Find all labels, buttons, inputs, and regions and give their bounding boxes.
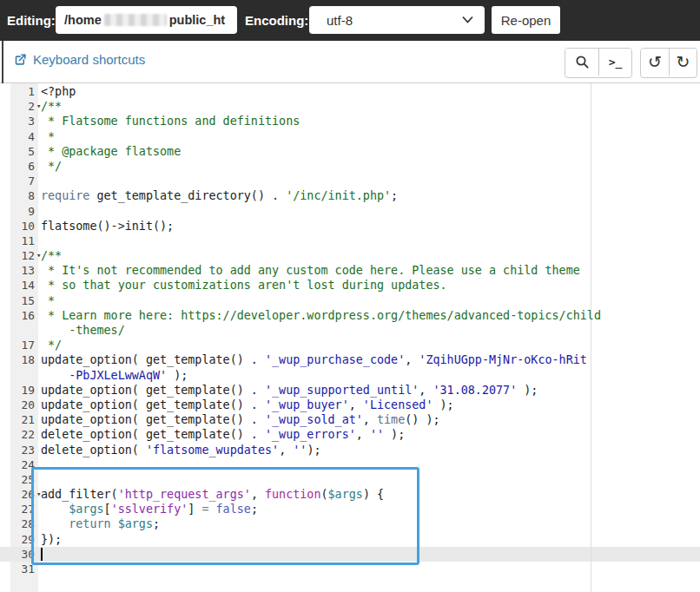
line-number: 8	[0, 188, 35, 203]
code-text: * so that your customizations aren't los…	[41, 278, 447, 293]
code-line[interactable]: 17 */	[0, 338, 700, 352]
code-line[interactable]: 27 $args['sslverify'] = false;	[0, 502, 700, 516]
line-number: 24	[0, 457, 35, 472]
code-line[interactable]: 20update_option( get_template() . '_wup_…	[0, 398, 700, 412]
line-number: 18	[0, 352, 35, 367]
line-number: 5	[0, 144, 35, 159]
code-text: update_option( get_template() . '_wup_bu…	[41, 398, 454, 412]
search-terminal-button-group: >_	[565, 48, 632, 78]
encoding-select[interactable]: utf-8	[309, 6, 485, 34]
code-line[interactable]: 25	[0, 472, 700, 487]
redo-icon: ↻	[677, 54, 690, 70]
code-text: update_option( get_template() . '_wup_su…	[41, 383, 538, 398]
code-line[interactable]: 21update_option( get_template() . '_wup_…	[0, 412, 700, 427]
code-line[interactable]: 11	[0, 234, 700, 248]
code-line-wrap[interactable]: -PbJXLeLwwAqW' );	[0, 368, 700, 383]
line-number: 31	[0, 562, 35, 576]
line-number: 29	[0, 532, 35, 547]
keyboard-shortcuts-link[interactable]: Keyboard shortcuts	[14, 52, 145, 67]
line-number: 6	[0, 159, 35, 174]
code-line[interactable]: 16 * Learn more here: https://developer.…	[0, 308, 700, 323]
line-number: 14	[0, 278, 35, 293]
code-line[interactable]: 12▾/**	[0, 248, 700, 263]
undo-button[interactable]: ↺	[641, 49, 669, 76]
code-line[interactable]: 29});	[0, 532, 700, 547]
line-number: 19	[0, 383, 35, 398]
external-link-icon	[14, 53, 27, 66]
line-number: 9	[0, 204, 35, 219]
line-number: 4	[0, 129, 35, 144]
search-icon	[575, 55, 590, 69]
reopen-button[interactable]: Re-open	[492, 6, 560, 34]
code-text: */	[41, 159, 62, 174]
code-text: /**	[41, 99, 62, 114]
search-button[interactable]	[565, 49, 598, 76]
code-line[interactable]: 19update_option( get_template() . '_wup_…	[0, 383, 700, 398]
code-line[interactable]: 10flatsome()->init();	[0, 219, 700, 234]
line-number: 3	[0, 114, 35, 128]
line-number: 17	[0, 338, 35, 352]
code-rows: 1<?php2▾/**3 * Flatsome functions and de…	[0, 84, 700, 576]
line-number: 2	[0, 99, 35, 114]
code-line[interactable]: 24	[0, 457, 700, 472]
code-line[interactable]: 15 *	[0, 293, 700, 308]
editor-toolbar: Keyboard shortcuts >_ ↺ ↻	[0, 41, 700, 83]
code-text: -PbJXLeLwwAqW' );	[41, 368, 188, 383]
code-text: * Flatsome functions and definitions	[41, 114, 300, 128]
code-text: * @package flatsome	[41, 144, 181, 159]
line-number: 11	[0, 234, 35, 248]
code-text: *	[41, 129, 55, 144]
editing-label: Editing:	[7, 0, 56, 41]
redo-button[interactable]: ↻	[669, 49, 697, 76]
code-line[interactable]: 14 * so that your customizations aren't …	[0, 278, 700, 293]
chevron-down-icon	[462, 16, 473, 23]
code-line[interactable]: 5 * @package flatsome	[0, 144, 700, 159]
code-text: * Learn more here: https://developer.wor…	[41, 308, 601, 323]
line-number: 1	[0, 84, 35, 99]
line-number: 23	[0, 443, 35, 457]
editor-header: Editing: /homepublic_ht Encoding: utf-8 …	[0, 0, 700, 41]
encoding-label: Encoding:	[245, 0, 308, 41]
text-cursor	[41, 548, 43, 561]
code-text: */	[41, 338, 62, 352]
terminal-icon: >_	[609, 56, 623, 69]
line-number: 22	[0, 427, 35, 442]
code-line[interactable]: 31	[0, 562, 700, 576]
code-text: return $args;	[41, 516, 160, 531]
code-line[interactable]: 22delete_option( get_template() . '_wup_…	[0, 427, 700, 442]
code-line[interactable]: 9	[0, 204, 700, 219]
line-number: 30	[0, 547, 35, 562]
code-line[interactable]: 1<?php	[0, 84, 700, 99]
line-number: 13	[0, 263, 35, 278]
code-line[interactable]: 2▾/**	[0, 99, 700, 114]
code-line-wrap[interactable]: -themes/	[0, 323, 700, 338]
code-line[interactable]: 8require get_template_directory() . '/in…	[0, 188, 700, 203]
code-line[interactable]: 4 *	[0, 129, 700, 144]
code-line[interactable]: 18update_option( get_template() . '_wup_…	[0, 352, 700, 367]
code-text: delete_option( 'flatsome_wupdates', '');	[41, 443, 321, 457]
code-line[interactable]: 7	[0, 174, 700, 188]
code-text: update_option( get_template() . '_wup_pu…	[41, 352, 587, 367]
code-line[interactable]: 23delete_option( 'flatsome_wupdates', ''…	[0, 443, 700, 457]
code-line[interactable]: 28 return $args;	[0, 516, 700, 531]
file-path-prefix: /home	[64, 13, 102, 27]
line-number: 25	[0, 472, 35, 487]
code-line[interactable]: 26▾add_filter('http_request_args', funct…	[0, 487, 700, 502]
line-number: 7	[0, 174, 35, 188]
path-redacted-blur	[104, 14, 167, 26]
code-line[interactable]: 6 */	[0, 159, 700, 174]
code-line[interactable]: 13 * It's not recommended to add any cus…	[0, 263, 700, 278]
code-text: });	[41, 532, 62, 547]
terminal-button[interactable]: >_	[598, 49, 631, 76]
code-text: flatsome()->init();	[41, 219, 174, 234]
undo-redo-button-group: ↺ ↻	[640, 48, 697, 78]
code-text: delete_option( get_template() . '_wup_er…	[41, 427, 405, 442]
code-text: *	[41, 293, 55, 308]
code-editor[interactable]: 1<?php2▾/**3 * Flatsome functions and de…	[0, 83, 700, 592]
file-path-input[interactable]: /homepublic_ht	[56, 6, 237, 34]
code-line[interactable]: 30	[0, 547, 700, 562]
undo-icon: ↺	[648, 54, 662, 70]
line-number: 10	[0, 219, 35, 234]
code-line[interactable]: 3 * Flatsome functions and definitions	[0, 114, 700, 128]
encoding-selected-value: utf-8	[327, 13, 353, 28]
